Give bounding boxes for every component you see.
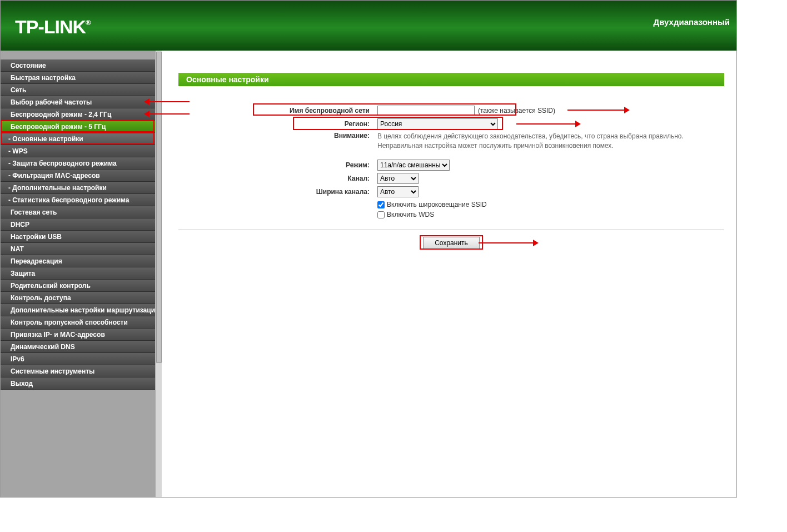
sidebar-item[interactable]: Дополнительные настройки маршрутизации [1,304,155,316]
sidebar-item[interactable]: Выбор рабочей частоты [1,96,155,108]
brand-logo: TP-LINK® [15,16,91,38]
ssid-input[interactable] [377,106,475,116]
ssid-label: Имя беспроводной сети [178,107,377,115]
channel-label: Канал: [178,175,377,182]
sidebar-subitem[interactable]: - Защита беспроводного режима [1,157,155,170]
wds-checkbox[interactable] [377,211,385,218]
sidebar-item[interactable]: NAT [1,243,155,255]
sidebar-item[interactable]: IPv6 [1,353,155,365]
sidebar-subitem[interactable]: - Основные настройки [1,133,155,145]
highlight-sidebar [1,120,155,132]
wds-label: Включить WDS [387,211,434,218]
sidebar-item[interactable]: DHCP [1,218,155,231]
sidebar-item[interactable]: Родительский контроль [1,280,155,292]
region-select[interactable]: Россия [377,118,498,130]
brand-reg: ® [86,18,91,27]
sidebar-subitem[interactable]: - Дополнительные настройки [1,182,155,194]
region-label: Регион: [178,120,377,128]
warning-text: В целях соблюдения действующего законода… [377,132,724,151]
sidebar-subitem[interactable]: - Фильтрация MAC-адресов [1,170,155,182]
channel-select[interactable]: Авто [377,173,419,184]
sidebar-item[interactable]: Настройки USB [1,231,155,243]
highlight-sidebar [1,132,155,145]
warning-label: Внимание: [178,132,377,151]
save-button[interactable]: Сохранить [423,237,480,249]
ssid-broadcast-checkbox-row[interactable]: Включить широковещание SSID [377,201,487,208]
ssid-hint: (также называется SSID) [478,107,555,115]
sidebar-item[interactable]: Состояние [1,59,155,72]
sidebar-scrollbar[interactable] [155,51,162,497]
width-select[interactable]: Авто [377,186,419,197]
sidebar-item[interactable]: Беспроводной режим - 5 ГГц [1,121,155,133]
sidebar-item[interactable]: Динамический DNS [1,341,155,353]
sidebar-item[interactable]: Сеть [1,84,155,96]
sidebar: СостояниеБыстрая настройкаСетьВыбор рабо… [1,51,162,497]
sidebar-subitem[interactable]: - Статистика беспроводного режима [1,194,155,206]
section-title: Основные настройки [178,73,724,86]
sidebar-item[interactable]: Защита [1,267,155,280]
mode-label: Режим: [178,161,377,169]
sidebar-item[interactable]: Переадресация [1,255,155,267]
header-right-text: Двухдиапазонный [654,17,730,27]
sidebar-item[interactable]: Контроль доступа [1,292,155,304]
sidebar-item[interactable]: Привязка IP- и MAC-адресов [1,329,155,341]
sidebar-item[interactable]: Беспроводной режим - 2,4 ГГц [1,108,155,121]
sidebar-item[interactable]: Гостевая сеть [1,206,155,218]
sidebar-item[interactable]: Быстрая настройка [1,72,155,84]
header: TP-LINK® Двухдиапазонный [1,1,736,51]
width-label: Ширина канала: [178,188,377,196]
ssid-broadcast-checkbox[interactable] [377,201,385,208]
sidebar-item[interactable]: Контроль пропускной способности [1,316,155,329]
warning-line-1: В целях соблюдения действующего законода… [377,132,724,141]
sidebar-subitem[interactable]: - WPS [1,145,155,157]
brand-text: TP-LINK [15,16,86,37]
scrollbar-thumb[interactable] [156,52,162,363]
mode-select[interactable]: 11a/n/ac смешанный [377,160,450,171]
sidebar-item[interactable]: Выход [1,377,155,390]
warning-line-2: Неправильная настройка может послужить п… [377,141,724,151]
sidebar-item[interactable]: Системные инструменты [1,365,155,377]
wds-checkbox-row[interactable]: Включить WDS [377,211,434,218]
annotation-arrow [479,242,536,243]
content-area: Основные настройки Имя беспроводной сети… [162,51,736,497]
ssid-broadcast-label: Включить широковещание SSID [387,201,487,208]
separator [178,230,724,230]
